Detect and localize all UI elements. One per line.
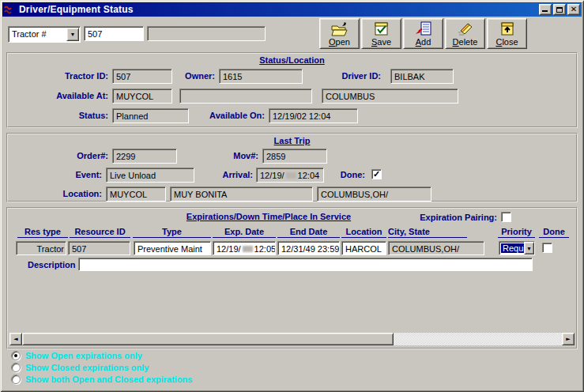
mov-field: 2859 [262, 149, 327, 164]
driver-id-field: BILBAK [390, 69, 454, 84]
tractor-id-label: Tractor ID: [24, 71, 108, 81]
delete-button-label: Delete [453, 37, 478, 47]
arrival-label: Arrival: [195, 170, 253, 179]
available-at-code-field: MUYCOL [112, 89, 172, 104]
status-location-panel: Status/Location Tractor ID: 507 Owner: 1… [6, 52, 578, 128]
close-folder-icon [498, 21, 517, 36]
location-label: Location: [24, 189, 102, 198]
redacted-text [286, 172, 296, 179]
window-title: Driver/Equipment Status [19, 4, 537, 15]
status-location-title: Status/Location [8, 55, 576, 65]
delete-eraser-icon [456, 21, 475, 36]
close-button-label: Close [495, 37, 518, 47]
radio-show-closed[interactable] [11, 363, 21, 372]
col-header-location: Location [341, 227, 386, 238]
col-header-resource-id: Resource ID [70, 227, 130, 238]
chevron-down-icon[interactable]: ▼ [66, 28, 79, 41]
cell-resource-id[interactable]: 507 [68, 241, 130, 255]
done-checkbox[interactable]: ✓ [371, 169, 382, 179]
app-icon [4, 5, 16, 15]
location-code-field: MUYCOL [106, 187, 166, 202]
order-label: Order#: [24, 151, 108, 160]
open-folder-icon [330, 21, 349, 36]
driver-id-label: Driver ID: [308, 71, 381, 81]
resource-id-input[interactable]: 507 [84, 26, 144, 41]
maximize-button[interactable] [553, 4, 566, 15]
order-field: 2299 [112, 149, 177, 164]
expiration-pairing-label: Expiration Pairing: [409, 213, 497, 222]
open-button[interactable]: Open [319, 18, 360, 49]
secondary-field [147, 26, 266, 41]
arrival-field: 12/19/12:04 [256, 168, 324, 183]
save-button[interactable]: Save [361, 18, 401, 49]
tractor-id-field: 507 [112, 69, 172, 84]
minimize-icon [542, 10, 548, 12]
delete-button[interactable]: Delete [445, 18, 485, 49]
col-header-res-type: Res type [17, 227, 68, 238]
radio-show-open-label[interactable]: Show Open expirations only [25, 351, 142, 360]
col-header-exp-date: Exp. Date [213, 227, 276, 238]
radio-show-both[interactable] [11, 375, 21, 384]
priority-selected-value: Requi [501, 243, 527, 253]
maximize-icon [556, 7, 563, 13]
close-window-button[interactable]: ✕ [567, 4, 580, 15]
cell-city-state[interactable]: COLUMBUS,OH/ [388, 241, 484, 255]
radio-show-open[interactable] [11, 351, 21, 360]
col-header-done: Done [539, 227, 569, 238]
redacted-text [243, 246, 253, 252]
description-input[interactable] [78, 258, 533, 271]
radio-show-closed-label[interactable]: Show Closed expirations only [25, 363, 149, 372]
expirations-title: Expirations/Down Time/Place In Service [103, 212, 435, 221]
available-at-name-field [179, 89, 312, 104]
owner-field: 1615 [219, 69, 303, 84]
available-at-city-field: COLUMBUS [322, 89, 458, 104]
horizontal-scrollbar[interactable]: ◄ ► [9, 333, 575, 345]
cell-done-checkbox[interactable] [542, 243, 552, 253]
add-button[interactable]: Add [403, 18, 443, 49]
cell-location[interactable]: HARCOL [341, 241, 386, 255]
cell-res-type[interactable]: Tractor [16, 241, 66, 255]
add-button-label: Add [416, 37, 431, 47]
save-check-icon [372, 21, 391, 36]
available-at-label: Available At: [24, 91, 108, 100]
resource-type-select[interactable]: Tractor # ▼ [8, 26, 81, 43]
col-header-priority: Priority [498, 227, 535, 238]
cell-end-date[interactable]: 12/31/49 23:59 [277, 241, 340, 255]
event-field: Live Unload [106, 168, 194, 183]
title-bar: Driver/Equipment Status ✕ [2, 2, 582, 17]
open-button-label: Open [329, 37, 350, 47]
scroll-left-button[interactable]: ◄ [9, 333, 22, 345]
owner-label: Owner: [175, 71, 215, 81]
location-citystate-field: COLUMBUS,OH/ [317, 187, 431, 202]
col-header-city-state: City, State [388, 227, 467, 238]
scroll-right-button[interactable]: ► [562, 333, 575, 345]
arrow-right-icon: ► [566, 336, 570, 342]
scrollbar-thumb[interactable] [22, 333, 394, 345]
available-on-label: Available On: [195, 111, 265, 120]
description-label: Description [28, 260, 75, 270]
cell-priority-select[interactable]: Requi ▼ [499, 241, 535, 255]
add-document-icon [414, 21, 433, 36]
cell-type[interactable]: Preventive Maint [134, 241, 211, 255]
status-field: Planned [112, 108, 189, 123]
chevron-down-icon[interactable]: ▼ [524, 242, 534, 254]
resource-type-value: Tractor # [12, 29, 47, 39]
radio-show-both-label[interactable]: Show both Open and Closed expirations [25, 375, 192, 384]
last-trip-panel: Last Trip Order#: 2299 Mov#: 2859 Event:… [6, 133, 578, 202]
close-icon: ✕ [571, 6, 577, 13]
minimize-button[interactable] [539, 4, 552, 15]
mov-label: Mov#: [195, 151, 258, 160]
last-trip-title: Last Trip [8, 136, 576, 145]
status-label: Status: [24, 111, 108, 120]
save-button-label: Save [371, 37, 391, 47]
done-label: Done: [326, 170, 365, 179]
driver-equipment-status-window: Driver/Equipment Status ✕ Tractor # ▼ 50… [0, 0, 584, 392]
close-button[interactable]: Close [487, 18, 527, 49]
cell-exp-date[interactable]: 12/19/12:05 [213, 241, 276, 255]
location-name-field: MUY BONITA [170, 187, 313, 202]
arrow-left-icon: ◄ [13, 336, 17, 342]
col-header-end-date: End Date [277, 227, 340, 238]
expiration-pairing-checkbox[interactable] [501, 212, 511, 222]
available-on-field: 12/19/02 12:04 [269, 108, 358, 123]
event-label: Event: [24, 170, 102, 179]
